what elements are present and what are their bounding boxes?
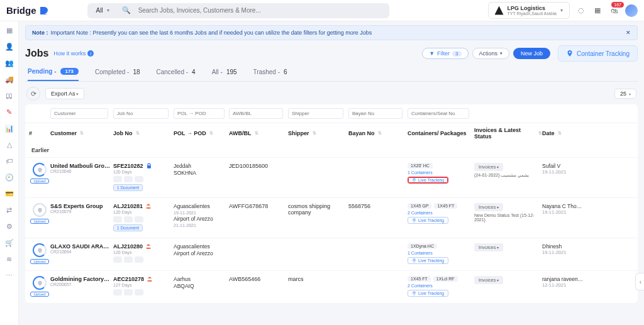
- invoices-dropdown[interactable]: Invoices: [474, 243, 503, 251]
- filter-shipper[interactable]: [288, 108, 343, 119]
- col-polpod[interactable]: POL → POD: [174, 130, 229, 136]
- mini-chip: [124, 256, 133, 263]
- filter-jobno[interactable]: [113, 108, 169, 119]
- help-icon[interactable]: ◌: [576, 6, 586, 16]
- filter-bayan[interactable]: [348, 108, 402, 119]
- rail-sync-icon[interactable]: ⇄: [4, 205, 14, 215]
- invoices-dropdown[interactable]: Invoices: [474, 163, 503, 171]
- rail-alerts-icon[interactable]: △: [4, 140, 14, 150]
- search-scope-label: All: [96, 7, 103, 14]
- cell-polpod: AguascalientesAirport of Arezzo: [174, 243, 229, 264]
- global-search[interactable]: All 🔍: [87, 3, 389, 18]
- col-invoices[interactable]: Invoices & Latest Status: [474, 127, 542, 140]
- rail-tags-icon[interactable]: 🏷: [4, 156, 14, 166]
- live-tracking-chip[interactable]: Live Tracking: [408, 177, 448, 184]
- actions-dropdown[interactable]: Actions: [472, 48, 510, 59]
- notifications-icon[interactable]: 🛍167: [609, 6, 619, 16]
- live-tracking-chip[interactable]: Live Tracking: [408, 217, 448, 224]
- filter-container[interactable]: [408, 108, 469, 119]
- collapse-handle[interactable]: ‹: [635, 273, 644, 290]
- filter-polpod[interactable]: [174, 108, 225, 119]
- tab-completed[interactable]: Completed - 18: [95, 64, 140, 81]
- mini-chip: [113, 256, 122, 263]
- svg-point-2: [414, 260, 415, 261]
- rail-people-icon[interactable]: 👤: [4, 41, 14, 52]
- table-row[interactable]: Upload United Matbouli GroupCR210040 SFE…: [25, 157, 638, 197]
- upload-chip[interactable]: Upload: [30, 219, 48, 224]
- search-input[interactable]: [135, 7, 389, 14]
- cell-shipper: marcs: [288, 276, 348, 297]
- page-size-select[interactable]: 25: [614, 89, 636, 99]
- rail-more-icon[interactable]: ⋯: [4, 270, 14, 280]
- cell-jobno: AEC210278 127 Days: [113, 276, 174, 297]
- table-row[interactable]: Upload S&S Experts GroupCR210079 ALJ2102…: [25, 197, 638, 238]
- rail-layers-icon[interactable]: ≋: [4, 254, 14, 264]
- info-banner: Note : Important Note : Presently you ca…: [25, 25, 638, 40]
- document-chip[interactable]: 1 Document: [113, 224, 143, 231]
- jobs-table: # Customer Job No POL → POD AWB/BL Shipp…: [25, 104, 638, 303]
- filter-awb[interactable]: [229, 108, 283, 119]
- table-row[interactable]: Upload GLAXO SAUDI ARABIA L...CR210094 A…: [25, 238, 638, 270]
- how-it-works-label: How it works: [53, 50, 86, 57]
- live-tracking-chip[interactable]: Live Tracking: [408, 257, 448, 264]
- cell-shipper: cosmos shipping company: [288, 203, 348, 231]
- svg-point-3: [414, 292, 415, 294]
- invoices-dropdown[interactable]: Invoices: [474, 276, 503, 284]
- rail-settings-icon[interactable]: ⚙: [4, 221, 14, 231]
- ship-icon: [145, 243, 152, 250]
- user-avatar[interactable]: [625, 4, 638, 17]
- rail-cart-icon[interactable]: 🛒: [4, 238, 14, 248]
- search-scope-select[interactable]: All: [87, 7, 118, 14]
- container-size-chip: 1XDyna HC: [408, 243, 437, 249]
- mini-chip: [113, 216, 122, 223]
- table-row[interactable]: Upload Goldmining Factory & P...CR200057…: [25, 270, 638, 303]
- col-jobno[interactable]: Job No: [113, 130, 174, 136]
- mini-chip: [124, 289, 133, 295]
- rail-jobs-icon[interactable]: ✎: [4, 107, 14, 117]
- rail-book-icon[interactable]: 🕮: [4, 91, 14, 101]
- col-awb[interactable]: AWB/BL: [229, 130, 288, 136]
- cell-polpod: JeddahSOKHNA: [174, 163, 229, 191]
- tab-trashed[interactable]: Trashed - 6: [253, 64, 287, 81]
- col-customer[interactable]: Customer: [50, 130, 113, 136]
- rail-users-icon[interactable]: 👥: [4, 58, 14, 68]
- filter-button[interactable]: ▼ Filter 3: [422, 48, 468, 59]
- container-count: 1 Containers: [408, 170, 433, 175]
- tab-all[interactable]: All - 195: [212, 64, 237, 81]
- rail-dashboard-icon[interactable]: ▦: [4, 25, 14, 35]
- filter-customer[interactable]: [50, 108, 108, 119]
- apps-icon[interactable]: ▦: [592, 6, 602, 16]
- rail-history-icon[interactable]: 🕘: [4, 172, 14, 182]
- col-bayan[interactable]: Bayan No: [348, 130, 408, 136]
- tab-pending[interactable]: Pending -173: [28, 64, 79, 81]
- upload-chip[interactable]: Upload: [30, 179, 48, 184]
- live-tracking-chip[interactable]: Live Tracking: [408, 290, 448, 297]
- rail-truck-icon[interactable]: 🚚: [4, 74, 14, 84]
- filter-count: 3: [452, 51, 461, 57]
- tab-cancelled[interactable]: Cancelled - 4: [157, 64, 196, 81]
- status-tabs: Pending -173 Completed - 18 Cancelled - …: [25, 64, 638, 82]
- close-icon[interactable]: ✕: [626, 30, 631, 36]
- col-date[interactable]: Date: [542, 130, 586, 136]
- document-chip[interactable]: 1 Document: [113, 184, 143, 191]
- mini-chip: [124, 176, 133, 182]
- cell-awb: [229, 243, 288, 264]
- col-shipper[interactable]: Shipper: [288, 130, 348, 136]
- how-it-works-link[interactable]: How it works i: [53, 50, 94, 57]
- new-job-button[interactable]: New Job: [513, 48, 550, 59]
- tenant-switcher[interactable]: LPG Logistics TYT Riyadh,Saudi Arabia ▾: [488, 2, 570, 19]
- rail-reports-icon[interactable]: 📊: [4, 123, 14, 133]
- tab-completed-label: Completed -: [95, 69, 129, 75]
- upload-chip[interactable]: Upload: [30, 292, 48, 297]
- app-logo[interactable]: Bridge: [6, 5, 50, 16]
- cell-date: Sufail V19-11-2021: [542, 163, 586, 191]
- container-tracking-button[interactable]: Container Tracking: [558, 45, 638, 62]
- invoices-dropdown[interactable]: Invoices: [474, 203, 503, 211]
- container-tracking-label: Container Tracking: [577, 50, 630, 57]
- rail-payments-icon[interactable]: 💳: [4, 189, 14, 199]
- upload-chip[interactable]: Upload: [30, 259, 48, 264]
- export-dropdown[interactable]: Export As: [45, 88, 84, 99]
- ship-icon: [147, 276, 153, 282]
- refresh-button[interactable]: ⟳: [26, 87, 40, 101]
- container-count: 2 Containers: [408, 211, 433, 215]
